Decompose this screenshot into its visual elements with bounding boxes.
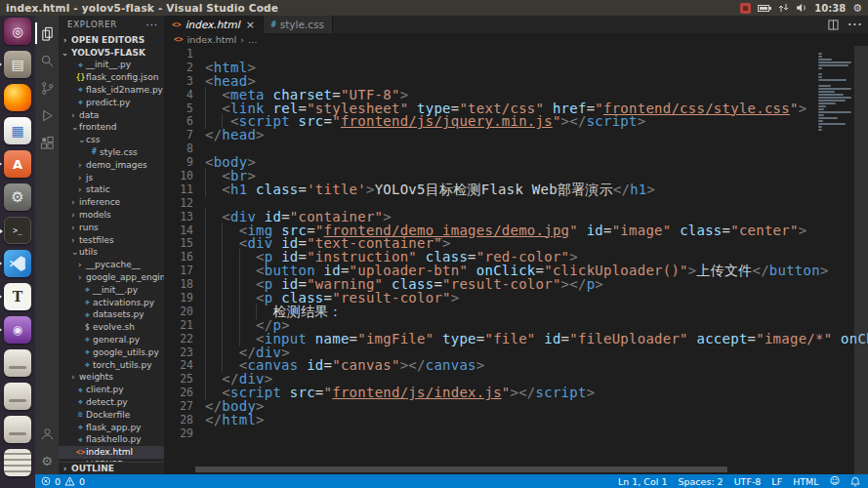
code-line-27[interactable]: 27</body> (164, 400, 868, 414)
tree-item-__pycache__[interactable]: ›__pycache__ (59, 259, 164, 271)
tree-item-google_app_engine[interactable]: ›google_app_engine (59, 271, 164, 284)
explorer-more-actions-icon[interactable]: ··· (145, 20, 158, 30)
warnings-count[interactable]: 0 (79, 476, 85, 487)
tree-item-datasets.py[interactable]: ❖datasets.py (59, 308, 164, 321)
volume-icon[interactable] (796, 3, 807, 13)
account-icon[interactable] (35, 420, 59, 447)
tree-item-weights[interactable]: ›weights (59, 371, 164, 384)
terminal-dock-icon[interactable]: >_ (4, 217, 31, 244)
search-icon[interactable] (35, 47, 59, 74)
code-line-28[interactable]: 28</html> (164, 414, 868, 427)
status-item[interactable]: HTML (793, 476, 818, 487)
firefox-dock-icon[interactable] (4, 84, 31, 111)
tree-item-torch_utils.py[interactable]: ❖torch_utils.py (59, 358, 164, 371)
code-line-6[interactable]: 6 <script src="frontend/js/jquery.min.js… (164, 115, 868, 129)
tree-item-index.html[interactable]: <>index.html (59, 446, 164, 459)
text-editor-dock-icon[interactable]: T (4, 283, 31, 310)
code-line-11[interactable]: 11 <h1 class='title'>YOLOv5目标检测Flask Web… (164, 183, 868, 197)
run-debug-icon[interactable] (35, 102, 59, 129)
screen-recorder-icon[interactable] (740, 3, 751, 14)
tree-item-js[interactable]: ›js (59, 171, 164, 183)
tree-item-flask_config.json[interactable]: {}flask_config.json (59, 71, 164, 84)
settings-gear-icon[interactable]: ⚙ (35, 447, 59, 474)
tree-item-flask_app.py[interactable]: ❖flask_app.py (59, 421, 164, 433)
tree-item-inference[interactable]: ›inference (59, 196, 164, 209)
files-dock-icon[interactable]: ▤ (4, 51, 31, 78)
code-line-2[interactable]: 2<html> (164, 61, 868, 75)
code-line-7[interactable]: 7</head> (164, 129, 868, 142)
tree-item-demo_images[interactable]: ›demo_images (59, 158, 164, 171)
notifications-bell-icon[interactable] (850, 476, 860, 487)
tree-item-evolve.sh[interactable]: $evolve.sh (59, 321, 164, 334)
minimap-line (818, 111, 851, 113)
tree-item-predict.py[interactable]: ❖predict.py (59, 96, 164, 108)
extensions-icon[interactable] (35, 129, 59, 156)
code-line-9[interactable]: 9<body> (164, 156, 868, 170)
source-control-icon[interactable] (35, 74, 59, 102)
tree-item-google_utils.py[interactable]: ❖google_utils.py (59, 346, 164, 358)
drive-dock-icon[interactable] (4, 349, 31, 377)
vscode-dock-icon[interactable] (4, 250, 31, 277)
tree-item-static[interactable]: ›static (59, 183, 164, 196)
media-player-dock-icon[interactable]: ◉ (4, 316, 31, 344)
tree-item-frontend[interactable]: ⌄frontend (59, 121, 164, 134)
tree-item-data[interactable]: ›data (59, 108, 164, 121)
tree-item-runs[interactable]: ›runs (59, 221, 164, 233)
explorer-icon[interactable] (35, 20, 59, 47)
errors-icon[interactable] (41, 476, 51, 486)
tree-item-Dockerfile[interactable]: ≋Dockerfile (59, 408, 164, 421)
code-area[interactable]: 12<html>3<head>4 <meta charset="UTF-8">5… (164, 46, 868, 474)
split-editor-icon[interactable] (828, 20, 839, 30)
tab-index.html[interactable]: <>index.html× (164, 16, 264, 33)
open-editors-section[interactable]: › OPEN EDITORS (59, 33, 164, 46)
code-line-8[interactable]: 8 (164, 142, 868, 156)
tab-style.css[interactable]: #style.css (264, 16, 333, 33)
battery-icon[interactable] (758, 4, 771, 13)
status-item[interactable]: Spaces: 2 (678, 476, 723, 487)
libreoffice-dock-icon[interactable]: ▦ (4, 117, 31, 144)
tab-close-icon[interactable]: × (246, 19, 255, 31)
tree-item-style.css[interactable]: #style.css (59, 146, 164, 159)
editor-more-actions-icon[interactable]: ··· (847, 16, 862, 34)
tree-item-__init__.py[interactable]: ❖__init__.py (59, 59, 164, 71)
tree-item-models[interactable]: ›models (59, 209, 164, 222)
breadcrumb-file[interactable]: index.html (187, 34, 237, 45)
tree-item-client.py[interactable]: ❖client.py (59, 384, 164, 396)
code-line-1[interactable]: 1 (164, 48, 868, 61)
tree-item-utils[interactable]: ⌄utils (59, 246, 164, 259)
tree-item-general.py[interactable]: ❖general.py (59, 334, 164, 346)
feedback-smiley-icon[interactable]: ☺ (830, 476, 840, 486)
tree-item-__init__.py[interactable]: ❖__init__.py (59, 283, 164, 296)
tree-item-testfiles[interactable]: ›testfiles (59, 233, 164, 246)
tree-item-activations.py[interactable]: ❖activations.py (59, 296, 164, 308)
root-folder-section[interactable]: ⌄ YOLOV5-FLASK (59, 46, 164, 59)
settings-tool-dock-icon[interactable]: ⚙ (4, 183, 31, 211)
errors-count[interactable]: 0 (55, 476, 61, 487)
status-item[interactable]: LF (771, 476, 782, 487)
ubuntu-dock-icon[interactable]: ◎ (4, 18, 31, 45)
drive-dock-icon[interactable] (4, 416, 31, 443)
warnings-icon[interactable] (64, 476, 75, 486)
horizontal-scrollbar[interactable] (195, 467, 727, 472)
tree-item-css[interactable]: ⌄css (59, 134, 164, 146)
breadcrumb[interactable]: <> index.html › … (164, 33, 868, 46)
session-menu-icon[interactable]: ⚙ (852, 3, 862, 14)
app-store-dock-icon[interactable]: A (4, 150, 31, 178)
tree-item-flaskhello.py[interactable]: ❖flaskhello.py (59, 433, 164, 446)
drive-dock-icon[interactable] (4, 383, 31, 410)
code-line-26[interactable]: 26 <script src="frontend/js/index.js"></… (164, 386, 868, 400)
minimap[interactable] (815, 48, 854, 135)
code-line-29[interactable]: 29 (164, 427, 868, 441)
minimap-line (818, 79, 847, 81)
breadcrumb-more[interactable]: … (248, 34, 258, 45)
line-number: 27 (164, 400, 193, 414)
tree-item-detect.py[interactable]: ❖detect.py (59, 396, 164, 409)
status-item[interactable]: Ln 1, Col 1 (618, 476, 668, 487)
outline-section[interactable]: › OUTLINE (59, 462, 164, 474)
vertical-scrollbar[interactable] (854, 46, 868, 474)
drive-stack-dock-icon[interactable] (4, 449, 31, 476)
network-icon[interactable] (778, 3, 789, 13)
status-item[interactable]: UTF-8 (734, 476, 762, 487)
tree-item-flask_id2name.py[interactable]: ❖flask_id2name.py (59, 84, 164, 97)
clock[interactable]: 10:38 (814, 3, 846, 14)
